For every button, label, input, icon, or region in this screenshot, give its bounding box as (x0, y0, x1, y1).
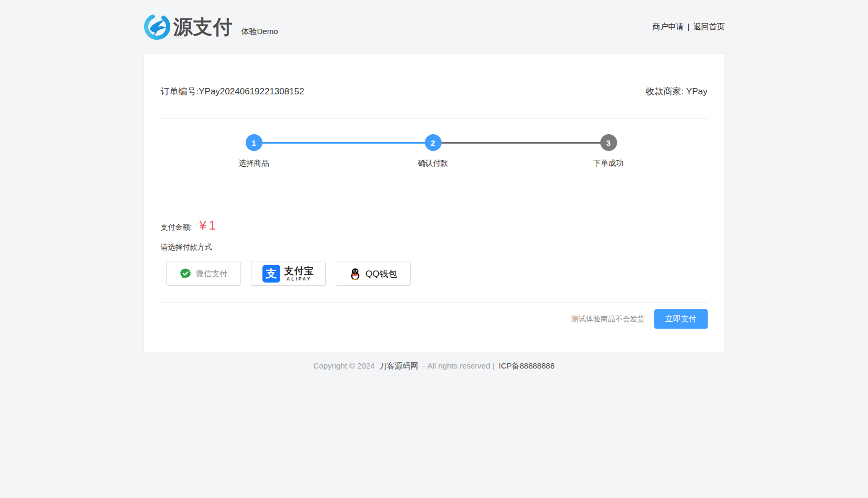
brand: 源支付 体验Demo (144, 13, 278, 40)
order-row: 订单编号:YPay20240619221308152 收款商家:YPay (161, 84, 708, 99)
alipay-label: 支付宝 (284, 266, 314, 276)
wechat-pay-icon (179, 267, 192, 280)
step-connector-inactive (433, 142, 609, 144)
divider (161, 254, 708, 254)
alipay-icon: 支 (262, 265, 280, 283)
divider (161, 302, 708, 302)
copyright-text: Copyright © 2024 (313, 361, 375, 370)
amount-value: ¥1 (199, 218, 216, 233)
test-note: 测试体验商品不会发货 (572, 315, 645, 324)
brand-name: 源支付 (173, 17, 233, 37)
top-nav: 商户申请|返回首页 (653, 22, 725, 32)
step-connector-active (254, 142, 433, 144)
qq-wallet-option[interactable]: QQ钱包 (336, 262, 411, 286)
step-label-order-success: 下单成功 (572, 158, 645, 168)
amount-label: 支付金额: (161, 223, 192, 232)
step-label-select-product: 选择商品 (217, 158, 291, 168)
merchant: 收款商家:YPay (645, 84, 707, 99)
step-circle-1: 1 (246, 134, 262, 151)
merchant-label: 收款商家: (645, 86, 684, 96)
nav-separator: | (688, 22, 690, 31)
divider (161, 118, 708, 118)
step-label-confirm-payment: 确认付款 (397, 158, 470, 168)
alipay-sublabel: ALIPAY (287, 277, 312, 282)
choose-method-title: 请选择付款方式 (161, 242, 212, 252)
pay-now-button[interactable]: 立即支付 (654, 309, 708, 329)
order-number: 订单编号:YPay20240619221308152 (161, 84, 304, 99)
merchant-apply-link[interactable]: 商户申请 (653, 22, 684, 31)
alipay-option[interactable]: 支 支付宝 ALIPAY (251, 262, 326, 286)
qq-wallet-label: QQ钱包 (366, 268, 397, 280)
step-circle-3: 3 (600, 134, 617, 151)
payment-methods: 微信支付 支 支付宝 ALIPAY (166, 262, 411, 286)
qq-wallet-icon (349, 267, 361, 280)
rights-text: - All rights reserved | (423, 361, 495, 370)
step-circle-2: 2 (425, 134, 442, 151)
payment-card: 订单编号:YPay20240619221308152 收款商家:YPay 1 2… (144, 53, 725, 352)
amount-number: 1 (209, 218, 216, 232)
merchant-name: YPay (686, 86, 708, 96)
progress-steps: 1 2 3 选择商品 确认付款 下单成功 (144, 128, 724, 186)
topbar: 源支付 体验Demo 商户申请|返回首页 (144, 0, 725, 53)
wechat-pay-option[interactable]: 微信支付 (166, 262, 241, 286)
page-container: 源支付 体验Demo 商户申请|返回首页 订单编号:YPay2024061922… (144, 0, 725, 372)
page-subtitle: 体验Demo (241, 27, 278, 37)
wechat-pay-label: 微信支付 (196, 269, 227, 279)
footer: Copyright © 2024 刀客源码网 - All rights rese… (144, 360, 725, 372)
swallow-logo-icon (144, 13, 171, 40)
icp-number[interactable]: ICP备88888888 (499, 361, 555, 370)
amount-row: 支付金额: ¥1 (161, 218, 216, 233)
order-number-value: YPay20240619221308152 (199, 86, 304, 96)
order-number-label: 订单编号: (161, 86, 199, 96)
back-home-link[interactable]: 返回首页 (694, 22, 725, 31)
alipay-wordmark: 支付宝 ALIPAY (284, 266, 314, 282)
site-name-link[interactable]: 刀客源码网 (379, 361, 418, 370)
action-row: 测试体验商品不会发货 立即支付 (572, 309, 708, 329)
currency-symbol: ¥ (199, 218, 206, 232)
